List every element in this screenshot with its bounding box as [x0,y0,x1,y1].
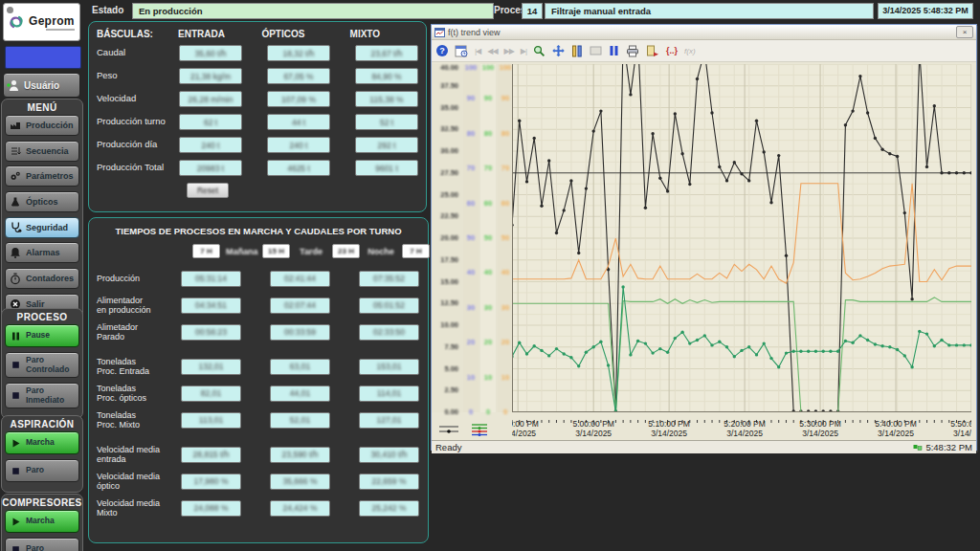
menu-item-opticos[interactable]: Ópticos [5,191,79,212]
pen-black-entrada-marker [880,148,883,151]
row-label: Alimentador en producción [97,296,181,316]
pen-green-dark-aux-marker [658,347,661,350]
compresores-marcha-button[interactable]: Marcha [5,510,79,533]
zoom-icon[interactable] [533,44,546,57]
close-icon[interactable]: × [956,26,973,38]
reset-button[interactable]: Reset [187,183,229,198]
properties-icon[interactable] [455,44,468,57]
forward-icon[interactable]: ▶▶ [504,44,514,57]
shift-text: 15 H [268,247,284,255]
value-text: 153,01 [377,362,402,371]
help-icon[interactable]: ? [436,44,448,57]
skip-start-icon[interactable]: |◀ [475,44,480,57]
pen-green-dark-aux-marker [836,350,839,353]
row-label: Producción día [97,140,179,150]
pen-black-entrada-marker [577,252,580,254]
pen-black-entrada-marker [769,201,772,204]
stop-icon [9,359,22,371]
axis-tick-label: 40.00 [432,64,460,72]
value-box: 240 t [267,137,330,153]
blue-banner[interactable] [5,46,81,69]
pen-black-entrada-marker [718,165,721,168]
scale-icon[interactable] [571,44,583,57]
alarmas-icon [9,247,22,259]
logo-text: Geprom [29,14,75,28]
shift-hour-box: 7 H [402,244,430,258]
pen-green-dark-aux-marker [585,351,588,354]
pen-black-entrada-marker [888,152,891,155]
rewind-icon[interactable]: ◀◀ [487,44,497,57]
menu-item-seguridad[interactable]: Seguridad [5,217,79,238]
menu-item-contadores[interactable]: Contadores [5,268,79,289]
value-box: 44,01 [270,386,330,402]
basculas-title: BÁSCULAS: [97,29,173,39]
print-icon[interactable] [626,44,639,57]
tiempos-row-toneladas: Toneladas Proc. Entrada132,0163,01153,01 [97,356,420,377]
menu-title: MENÚ [2,101,82,115]
legend-single-pen-icon[interactable] [437,422,460,437]
trend-statusbar: Ready 5:48:32 PM [432,440,976,453]
geprom-logo: Geprom [3,3,80,41]
play-icon [9,516,22,528]
aspiracion-paro-button[interactable]: Paro [5,459,79,482]
plot-area[interactable] [512,64,971,412]
pause-icon[interactable] [609,44,619,57]
axis-tick-label: 90 [463,95,479,102]
value-text: 35,60 t/h [194,49,226,58]
datetime-box: 3/14/2025 5:48:32 PM [878,3,973,19]
trend-title: f(t) trend view [448,28,953,37]
shift-hour-box: 23 H [332,244,360,258]
pen-green-dark-aux-marker [807,350,810,353]
value-box: 9601 t [355,160,418,176]
value-text: 132,01 [199,362,224,371]
value-box: 4625 t [267,160,330,176]
pen-black-entrada-marker [755,120,758,122]
skip-end-icon[interactable]: ▶| [521,44,526,57]
pen-black-entrada-marker [569,179,572,182]
axis-tick-label: 30 [498,304,513,312]
menu-item-parametros[interactable]: Parámetros [5,165,79,187]
axis-tick-label: 60 [480,200,496,208]
value-text: 107,09 % [281,95,316,104]
aspiracion-marcha-button[interactable]: Marcha [5,431,79,454]
pen-green-dark-aux-marker [829,350,832,353]
fx-icon[interactable]: f(x) [684,44,696,57]
value-box: 115,38 % [355,91,418,107]
menu-item-secuencia[interactable]: Secuencia [5,141,79,162]
pen-green-dark-aux-marker [569,356,572,359]
user-icon [7,79,20,92]
menu-item-label: Secuencia [26,146,69,156]
value-text: 35,666 % [283,476,318,486]
bascula-row-produccion-turno: Producción turno62 t44 t52 t [97,114,418,130]
section-proceso: PROCESOPauseParo ControladoParo Inmediat… [1,308,83,419]
tiempos-row-produccion: Producción05:31:1402:41:4407:35:52 [97,268,420,289]
value-text: 62 t [204,118,217,127]
axis-tick-label: 80 [498,130,513,138]
export-icon[interactable] [646,44,659,57]
menu-item-produccion[interactable]: Producción [5,115,79,136]
pen-black-entrada-marker [599,109,602,112]
pen-green-dark-aux-marker [785,351,788,354]
usuario-button[interactable]: Usuário [3,73,80,98]
stop-icon [9,543,22,551]
legend-multi-pen-icon[interactable] [470,422,489,437]
value-box: 132,01 [181,359,241,375]
x-axis-label: 5:40:00 PM3/14/2025 [867,419,924,438]
window-icon[interactable] [590,44,602,57]
proceso-paro-controlado-button[interactable]: Paro Controlado [5,352,79,378]
axis-tick-label: 20.00 [432,234,460,242]
trend-titlebar[interactable]: f(t) trend view × [432,25,976,40]
logo-tagline [46,29,75,31]
stop-icon [9,389,22,402]
menu-item-alarmas[interactable]: Alarmas [5,242,79,263]
pen-black-entrada-marker [563,209,566,211]
proceso-pause-button[interactable]: Pause [5,324,79,347]
axis-tick-label: 32.50 [432,125,460,133]
axis-tick-label: 35.00 [432,104,460,112]
proceso-paro-inmediato-button[interactable]: Paro Inmediato [5,383,79,408]
column-header-opticos: ÓPTICOS [255,29,311,39]
pan-icon[interactable] [552,44,565,57]
stop-icon [9,465,22,477]
braces-icon[interactable]: {..} [666,44,678,57]
compresores-paro-button[interactable]: Paro [5,538,79,551]
